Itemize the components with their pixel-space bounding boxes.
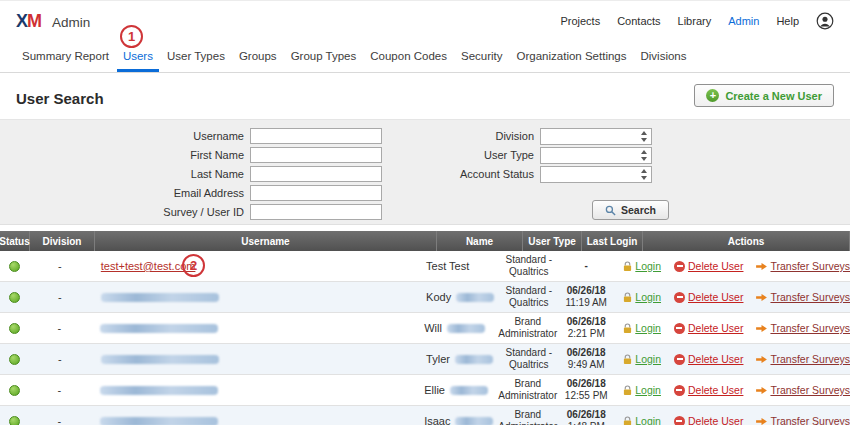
- search-button[interactable]: Search: [592, 200, 669, 220]
- last-login-cell: 06/26/181:48 PM: [557, 406, 615, 425]
- name-cell: Tyler: [418, 344, 501, 374]
- table-row: -WillBrandAdministrator06/26/182:21 PMLo…: [0, 313, 850, 344]
- transfer-surveys-link[interactable]: Transfer Surveys: [756, 415, 850, 425]
- delete-minus-icon: [674, 323, 685, 334]
- transfer-arrow-icon: [756, 262, 767, 271]
- user-type-cell: BrandAdministrator: [498, 375, 557, 405]
- tab-coupon-codes[interactable]: Coupon Codes: [364, 41, 453, 72]
- label-last-name: Last Name: [0, 168, 250, 180]
- login-link[interactable]: Login: [623, 353, 661, 365]
- tab-security[interactable]: Security: [455, 41, 509, 72]
- status-active-icon: [9, 354, 20, 365]
- tab-groups[interactable]: Groups: [233, 41, 283, 72]
- select-user-type[interactable]: [540, 147, 652, 164]
- status-active-icon: [9, 261, 20, 272]
- table-header-row: StatusDivisionUsernameNameUser TypeLast …: [0, 231, 850, 251]
- username-cell: [90, 313, 416, 343]
- logo-m-letter: M: [27, 11, 42, 32]
- name-cell: Ellie: [416, 375, 498, 405]
- tab-organization-settings[interactable]: Organization Settings: [511, 41, 633, 72]
- redacted-last-name: [456, 293, 494, 302]
- delete-minus-icon: [674, 385, 685, 396]
- transfer-arrow-icon: [756, 293, 767, 302]
- login-link[interactable]: Login: [623, 322, 661, 334]
- redacted-username: [100, 324, 218, 333]
- actions-cell: LoginDelete UserTransfer Surveys: [615, 344, 850, 374]
- login-link[interactable]: Login: [623, 291, 661, 303]
- table-body: -test+test@test.comTest TestStandard -Qu…: [0, 251, 850, 425]
- name-text: Ellie: [424, 384, 445, 396]
- input-username[interactable]: [250, 128, 382, 144]
- table-row: -KodyStandard -Qualtrics06/26/1811:19 AM…: [0, 282, 850, 313]
- last-login-cell: 06/26/189:49 AM: [557, 344, 615, 374]
- status-active-icon: [9, 385, 20, 396]
- delete-user-link[interactable]: Delete User: [674, 353, 743, 365]
- name-text: Tyler: [426, 353, 450, 365]
- create-new-user-button[interactable]: + Create a New User: [694, 84, 834, 107]
- transfer-surveys-link[interactable]: Transfer Surveys: [756, 353, 850, 365]
- input-email-address[interactable]: [250, 185, 382, 201]
- redacted-username: [100, 417, 218, 425]
- select-division[interactable]: [540, 128, 652, 145]
- column-header-division: Division: [30, 231, 95, 251]
- delete-user-link[interactable]: Delete User: [674, 291, 743, 303]
- name-text: Kody: [426, 291, 451, 303]
- nav-admin[interactable]: Admin: [728, 15, 759, 27]
- input-survey-user-id[interactable]: [250, 204, 382, 220]
- input-last-name[interactable]: [250, 166, 382, 182]
- user-search-form: UsernameFirst NameLast NameEmail Address…: [0, 119, 850, 225]
- transfer-arrow-icon: [756, 355, 767, 364]
- lock-icon: [623, 354, 632, 365]
- label-division: Division: [392, 130, 540, 142]
- table-row: -test+test@test.comTest TestStandard -Qu…: [0, 251, 850, 282]
- updown-arrows-icon: [639, 131, 649, 142]
- logo-admin-text: Admin: [52, 15, 90, 30]
- delete-user-link[interactable]: Delete User: [674, 260, 743, 272]
- transfer-surveys-link[interactable]: Transfer Surveys: [756, 260, 850, 272]
- status-active-icon: [9, 323, 20, 334]
- delete-user-link[interactable]: Delete User: [674, 415, 743, 425]
- tab-user-types[interactable]: User Types: [161, 41, 231, 72]
- column-header-status: Status: [0, 231, 30, 251]
- login-link[interactable]: Login: [623, 260, 661, 272]
- select-account-status[interactable]: [540, 166, 652, 183]
- tab-summary-report[interactable]: Summary Report: [16, 41, 115, 72]
- actions-cell: LoginDelete UserTransfer Surveys: [615, 375, 850, 405]
- label-account-status: Account Status: [392, 168, 540, 180]
- delete-minus-icon: [674, 261, 685, 272]
- updown-arrows-icon: [639, 150, 649, 161]
- last-login-cell: 06/26/1811:19 AM: [557, 282, 615, 312]
- name-text: Isaac: [424, 415, 450, 425]
- transfer-surveys-link[interactable]: Transfer Surveys: [756, 322, 850, 334]
- tab-divisions[interactable]: Divisions: [635, 41, 693, 72]
- transfer-arrow-icon: [756, 386, 767, 395]
- transfer-surveys-link[interactable]: Transfer Surveys: [756, 384, 850, 396]
- nav-library[interactable]: Library: [678, 15, 712, 27]
- transfer-arrow-icon: [756, 417, 767, 425]
- delete-user-link[interactable]: Delete User: [674, 384, 743, 396]
- username-cell: test+test@test.com: [91, 251, 418, 281]
- label-user-type: User Type: [392, 149, 540, 161]
- transfer-surveys-link[interactable]: Transfer Surveys: [756, 291, 850, 303]
- login-link[interactable]: Login: [623, 384, 661, 396]
- division-cell: -: [29, 406, 91, 425]
- annotation-circle-2: 2: [182, 254, 205, 277]
- user-type-cell: BrandAdministrator: [498, 406, 557, 425]
- nav-contacts[interactable]: Contacts: [617, 15, 660, 27]
- last-login-cell: 06/26/182:21 PM: [557, 313, 615, 343]
- qualtrics-xm-logo[interactable]: X M Admin: [16, 11, 90, 32]
- nav-help[interactable]: Help: [776, 15, 799, 27]
- nav-projects[interactable]: Projects: [560, 15, 600, 27]
- login-link[interactable]: Login: [623, 415, 661, 425]
- account-avatar-icon[interactable]: [816, 12, 834, 30]
- label-email-address: Email Address: [0, 187, 250, 199]
- redacted-username: [100, 386, 218, 395]
- label-first-name: First Name: [0, 149, 250, 161]
- user-type-cell: Standard -Qualtrics: [501, 344, 557, 374]
- delete-user-link[interactable]: Delete User: [674, 322, 743, 334]
- redacted-last-name: [455, 355, 493, 364]
- last-login-cell: 06/26/1812:55 PM: [557, 375, 615, 405]
- column-header-name: Name: [437, 231, 523, 251]
- input-first-name[interactable]: [250, 147, 382, 163]
- tab-group-types[interactable]: Group Types: [285, 41, 363, 72]
